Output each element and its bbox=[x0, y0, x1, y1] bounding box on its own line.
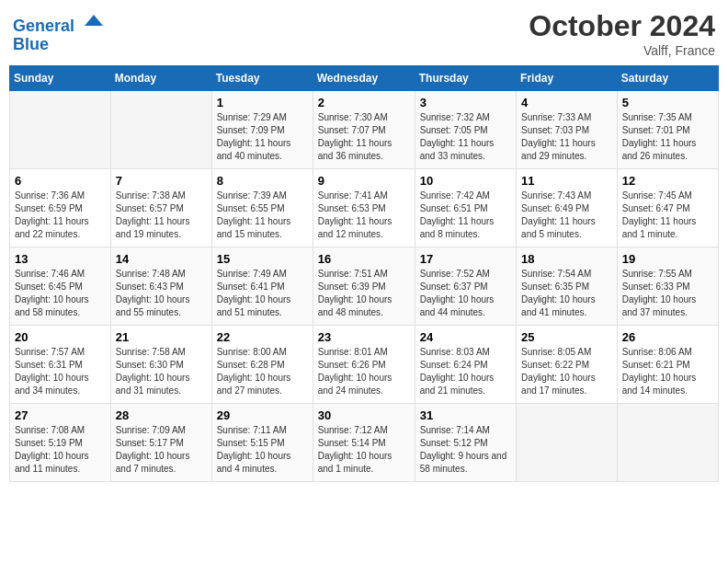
day-info: Sunrise: 8:03 AM Sunset: 6:24 PM Dayligh… bbox=[420, 346, 511, 397]
day-number: 18 bbox=[521, 252, 612, 266]
day-info: Sunrise: 7:58 AM Sunset: 6:30 PM Dayligh… bbox=[116, 346, 207, 397]
day-number: 24 bbox=[420, 330, 511, 344]
day-info: Sunrise: 7:48 AM Sunset: 6:43 PM Dayligh… bbox=[116, 268, 207, 319]
calendar-cell: 12Sunrise: 7:45 AM Sunset: 6:47 PM Dayli… bbox=[617, 169, 718, 247]
day-info: Sunrise: 7:11 AM Sunset: 5:15 PM Dayligh… bbox=[217, 424, 308, 476]
logo-general: General bbox=[13, 17, 74, 35]
week-row-4: 20Sunrise: 7:57 AM Sunset: 6:31 PM Dayli… bbox=[10, 326, 719, 404]
logo-icon bbox=[81, 9, 103, 31]
page-header: General Blue October 2024 Valff, France bbox=[9, 9, 719, 58]
calendar-cell bbox=[10, 91, 111, 169]
day-info: Sunrise: 7:55 AM Sunset: 6:33 PM Dayligh… bbox=[622, 268, 713, 319]
day-number: 20 bbox=[15, 330, 106, 344]
calendar-cell: 31Sunrise: 7:14 AM Sunset: 5:12 PM Dayli… bbox=[415, 404, 516, 482]
col-header-tuesday: Tuesday bbox=[211, 66, 313, 91]
day-info: Sunrise: 8:00 AM Sunset: 6:28 PM Dayligh… bbox=[217, 346, 308, 397]
day-info: Sunrise: 7:32 AM Sunset: 7:05 PM Dayligh… bbox=[420, 111, 511, 163]
day-info: Sunrise: 7:14 AM Sunset: 5:12 PM Dayligh… bbox=[420, 424, 511, 476]
calendar-cell: 16Sunrise: 7:51 AM Sunset: 6:39 PM Dayli… bbox=[313, 247, 415, 326]
calendar-cell: 4Sunrise: 7:33 AM Sunset: 7:03 PM Daylig… bbox=[517, 91, 618, 169]
logo-blue: Blue bbox=[13, 35, 49, 53]
calendar-cell: 27Sunrise: 7:08 AM Sunset: 5:19 PM Dayli… bbox=[10, 404, 111, 482]
day-info: Sunrise: 7:12 AM Sunset: 5:14 PM Dayligh… bbox=[318, 424, 410, 476]
calendar-cell: 14Sunrise: 7:48 AM Sunset: 6:43 PM Dayli… bbox=[110, 247, 211, 326]
calendar-cell: 2Sunrise: 7:30 AM Sunset: 7:07 PM Daylig… bbox=[313, 91, 415, 169]
day-number: 22 bbox=[217, 330, 308, 344]
calendar-cell: 21Sunrise: 7:58 AM Sunset: 6:30 PM Dayli… bbox=[110, 326, 211, 404]
day-info: Sunrise: 7:45 AM Sunset: 6:47 PM Dayligh… bbox=[622, 190, 713, 241]
day-number: 21 bbox=[116, 330, 207, 344]
day-number: 25 bbox=[521, 330, 612, 344]
calendar-cell: 8Sunrise: 7:39 AM Sunset: 6:55 PM Daylig… bbox=[211, 169, 313, 247]
week-row-5: 27Sunrise: 7:08 AM Sunset: 5:19 PM Dayli… bbox=[10, 404, 719, 482]
day-info: Sunrise: 8:01 AM Sunset: 6:26 PM Dayligh… bbox=[318, 346, 410, 397]
day-info: Sunrise: 7:43 AM Sunset: 6:49 PM Dayligh… bbox=[521, 190, 612, 241]
day-info: Sunrise: 7:08 AM Sunset: 5:19 PM Dayligh… bbox=[15, 424, 106, 476]
day-info: Sunrise: 7:49 AM Sunset: 6:41 PM Dayligh… bbox=[217, 268, 308, 319]
day-number: 2 bbox=[318, 96, 410, 109]
day-number: 28 bbox=[116, 408, 207, 422]
day-info: Sunrise: 7:30 AM Sunset: 7:07 PM Dayligh… bbox=[318, 111, 410, 163]
day-number: 19 bbox=[622, 252, 713, 266]
day-number: 10 bbox=[420, 174, 511, 188]
day-info: Sunrise: 7:38 AM Sunset: 6:57 PM Dayligh… bbox=[116, 190, 207, 241]
day-info: Sunrise: 7:54 AM Sunset: 6:35 PM Dayligh… bbox=[521, 268, 612, 319]
col-header-monday: Monday bbox=[110, 66, 211, 91]
calendar-cell: 1Sunrise: 7:29 AM Sunset: 7:09 PM Daylig… bbox=[211, 91, 313, 169]
day-number: 9 bbox=[318, 174, 410, 188]
day-info: Sunrise: 8:05 AM Sunset: 6:22 PM Dayligh… bbox=[521, 346, 612, 397]
calendar-cell: 26Sunrise: 8:06 AM Sunset: 6:21 PM Dayli… bbox=[617, 326, 718, 404]
calendar-cell: 29Sunrise: 7:11 AM Sunset: 5:15 PM Dayli… bbox=[211, 404, 313, 482]
title-block: October 2024 Valff, France bbox=[529, 9, 715, 58]
calendar-cell bbox=[110, 91, 211, 169]
calendar-cell: 10Sunrise: 7:42 AM Sunset: 6:51 PM Dayli… bbox=[415, 169, 516, 247]
header-row: SundayMondayTuesdayWednesdayThursdayFrid… bbox=[10, 66, 719, 91]
calendar-cell: 25Sunrise: 8:05 AM Sunset: 6:22 PM Dayli… bbox=[517, 326, 618, 404]
calendar-cell: 5Sunrise: 7:35 AM Sunset: 7:01 PM Daylig… bbox=[617, 91, 718, 169]
calendar-cell: 6Sunrise: 7:36 AM Sunset: 6:59 PM Daylig… bbox=[10, 169, 111, 247]
calendar-cell bbox=[517, 404, 618, 482]
logo-text: General Blue bbox=[13, 9, 103, 54]
day-info: Sunrise: 7:29 AM Sunset: 7:09 PM Dayligh… bbox=[217, 111, 308, 163]
calendar-cell: 30Sunrise: 7:12 AM Sunset: 5:14 PM Dayli… bbox=[313, 404, 415, 482]
day-info: Sunrise: 7:39 AM Sunset: 6:55 PM Dayligh… bbox=[217, 190, 308, 241]
day-info: Sunrise: 7:41 AM Sunset: 6:53 PM Dayligh… bbox=[318, 190, 410, 241]
week-row-2: 6Sunrise: 7:36 AM Sunset: 6:59 PM Daylig… bbox=[10, 169, 719, 247]
calendar-cell: 11Sunrise: 7:43 AM Sunset: 6:49 PM Dayli… bbox=[517, 169, 618, 247]
calendar-cell: 24Sunrise: 8:03 AM Sunset: 6:24 PM Dayli… bbox=[415, 326, 516, 404]
day-info: Sunrise: 7:35 AM Sunset: 7:01 PM Dayligh… bbox=[622, 111, 713, 163]
week-row-3: 13Sunrise: 7:46 AM Sunset: 6:45 PM Dayli… bbox=[10, 247, 719, 326]
day-number: 6 bbox=[15, 174, 106, 188]
col-header-sunday: Sunday bbox=[10, 66, 111, 91]
calendar-cell: 22Sunrise: 8:00 AM Sunset: 6:28 PM Dayli… bbox=[211, 326, 313, 404]
col-header-wednesday: Wednesday bbox=[313, 66, 415, 91]
week-row-1: 1Sunrise: 7:29 AM Sunset: 7:09 PM Daylig… bbox=[10, 91, 719, 169]
calendar-cell: 23Sunrise: 8:01 AM Sunset: 6:26 PM Dayli… bbox=[313, 326, 415, 404]
day-number: 29 bbox=[217, 408, 308, 422]
day-info: Sunrise: 7:52 AM Sunset: 6:37 PM Dayligh… bbox=[420, 268, 511, 319]
day-info: Sunrise: 7:36 AM Sunset: 6:59 PM Dayligh… bbox=[15, 190, 106, 241]
calendar-cell: 7Sunrise: 7:38 AM Sunset: 6:57 PM Daylig… bbox=[110, 169, 211, 247]
day-number: 26 bbox=[622, 330, 713, 344]
day-number: 3 bbox=[420, 96, 511, 109]
month-title: October 2024 bbox=[529, 9, 715, 43]
calendar-cell: 28Sunrise: 7:09 AM Sunset: 5:17 PM Dayli… bbox=[110, 404, 211, 482]
day-number: 11 bbox=[521, 174, 612, 188]
day-number: 27 bbox=[15, 408, 106, 422]
day-number: 15 bbox=[217, 252, 308, 266]
col-header-saturday: Saturday bbox=[617, 66, 718, 91]
day-number: 12 bbox=[622, 174, 713, 188]
day-info: Sunrise: 7:46 AM Sunset: 6:45 PM Dayligh… bbox=[15, 268, 106, 319]
calendar-table: SundayMondayTuesdayWednesdayThursdayFrid… bbox=[9, 65, 719, 482]
day-info: Sunrise: 7:51 AM Sunset: 6:39 PM Dayligh… bbox=[318, 268, 410, 319]
day-number: 30 bbox=[318, 408, 410, 422]
day-number: 13 bbox=[15, 252, 106, 266]
day-number: 8 bbox=[217, 174, 308, 188]
col-header-thursday: Thursday bbox=[415, 66, 516, 91]
location: Valff, France bbox=[529, 43, 715, 58]
svg-marker-0 bbox=[85, 15, 103, 26]
calendar-cell: 18Sunrise: 7:54 AM Sunset: 6:35 PM Dayli… bbox=[517, 247, 618, 326]
day-number: 31 bbox=[420, 408, 511, 422]
calendar-cell: 17Sunrise: 7:52 AM Sunset: 6:37 PM Dayli… bbox=[415, 247, 516, 326]
calendar-cell: 13Sunrise: 7:46 AM Sunset: 6:45 PM Dayli… bbox=[10, 247, 111, 326]
